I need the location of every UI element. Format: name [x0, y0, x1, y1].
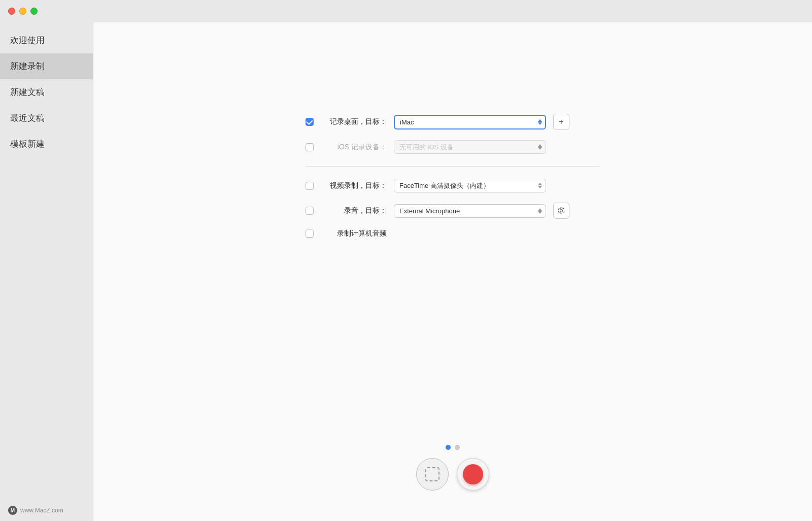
audio-select[interactable]: External Microphone	[394, 204, 546, 218]
add-button[interactable]: +	[553, 114, 569, 130]
desktop-label: 记录桌面，目标：	[321, 117, 387, 126]
sidebar-item-welcome[interactable]: 欢迎使用	[0, 27, 93, 53]
close-button[interactable]	[8, 8, 15, 15]
computer-audio-checkbox[interactable]	[306, 230, 314, 238]
gear-icon	[557, 207, 565, 215]
desktop-select-wrapper: iMac	[394, 115, 546, 129]
video-recording-row: 视频录制，目标： FaceTime 高清摄像头（内建）	[306, 179, 600, 192]
video-select[interactable]: FaceTime 高清摄像头（内建）	[394, 179, 546, 192]
desktop-select[interactable]: iMac	[394, 115, 546, 129]
watermark-text: www.MacZ.com	[20, 507, 63, 514]
bottom-controls	[416, 445, 489, 491]
audio-label: 录音，目标：	[321, 206, 387, 215]
action-buttons	[416, 458, 489, 491]
audio-checkbox[interactable]	[306, 207, 314, 215]
sidebar-item-recent[interactable]: 最近文稿	[0, 105, 93, 131]
dot-2[interactable]	[455, 445, 460, 450]
computer-audio-row: 录制计算机音频	[306, 229, 600, 238]
dot-1[interactable]	[446, 445, 451, 450]
sidebar-item-new-recording[interactable]: 新建录制	[0, 53, 93, 79]
sidebar-footer: M www.MacZ.com	[0, 500, 93, 521]
capture-button[interactable]	[416, 458, 449, 491]
video-label: 视频录制，目标：	[321, 181, 387, 190]
sidebar-item-template[interactable]: 模板新建	[0, 131, 93, 157]
maximize-button[interactable]	[30, 8, 38, 15]
computer-audio-label: 录制计算机音频	[321, 229, 387, 238]
page-dots	[446, 445, 460, 450]
settings-panel: 记录桌面，目标： iMac + iOS 记录设备： 无可用的 iOS 设备	[306, 114, 600, 238]
minimize-button[interactable]	[19, 8, 26, 15]
video-select-wrapper: FaceTime 高清摄像头（内建）	[394, 179, 546, 192]
watermark-logo: M	[8, 506, 17, 515]
ios-checkbox[interactable]	[306, 143, 314, 151]
record-button[interactable]	[457, 458, 489, 491]
desktop-checkbox[interactable]	[306, 118, 314, 126]
audio-select-wrapper: External Microphone	[394, 204, 546, 218]
capture-icon	[425, 467, 439, 481]
ios-recording-row: iOS 记录设备： 无可用的 iOS 设备	[306, 140, 600, 154]
titlebar	[0, 0, 812, 22]
audio-settings-button[interactable]	[553, 203, 569, 219]
ios-label: iOS 记录设备：	[321, 143, 387, 152]
separator-1	[306, 166, 600, 167]
ios-select[interactable]: 无可用的 iOS 设备	[394, 140, 546, 154]
sidebar-item-new-draft[interactable]: 新建文稿	[0, 79, 93, 105]
video-checkbox[interactable]	[306, 182, 314, 190]
audio-recording-row: 录音，目标： External Microphone	[306, 203, 600, 219]
record-icon	[463, 464, 483, 484]
sidebar: 欢迎使用 新建录制 新建文稿 最近文稿 模板新建 M www.MacZ.com	[0, 22, 93, 521]
main-content: 记录桌面，目标： iMac + iOS 记录设备： 无可用的 iOS 设备	[93, 22, 812, 521]
desktop-recording-row: 记录桌面，目标： iMac +	[306, 114, 600, 130]
ios-select-wrapper: 无可用的 iOS 设备	[394, 140, 546, 154]
